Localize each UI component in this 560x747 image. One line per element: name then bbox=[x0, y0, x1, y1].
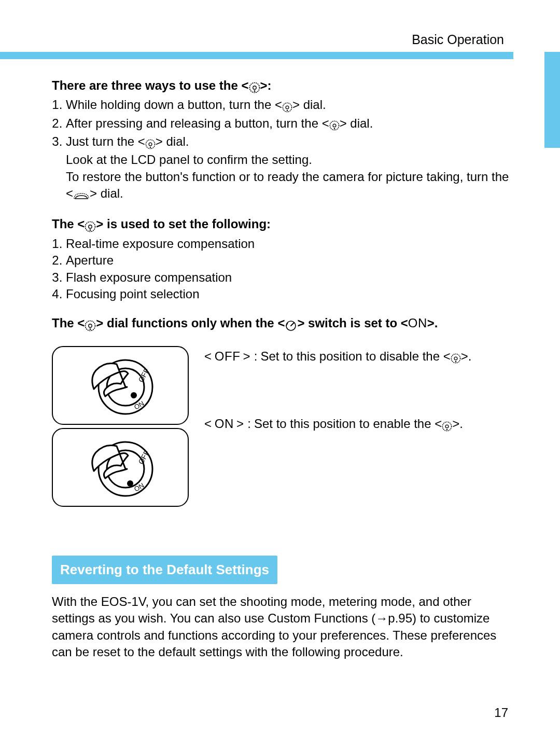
svg-point-13 bbox=[89, 225, 92, 228]
note-text: Look at the LCD panel to confirm the set… bbox=[66, 151, 513, 168]
quick-dial-icon bbox=[329, 117, 340, 133]
list-item: After pressing and releasing a button, t… bbox=[66, 115, 513, 133]
list-item: While holding down a button, turn the < … bbox=[66, 96, 513, 115]
section-heading: The < > dial functions only when the < >… bbox=[52, 315, 513, 333]
switch-off-figure: OFF ON bbox=[52, 346, 189, 425]
list-item: Real-time exposure compensation bbox=[66, 236, 513, 252]
side-tab bbox=[544, 52, 560, 148]
svg-point-26 bbox=[127, 480, 133, 487]
svg-point-17 bbox=[90, 328, 91, 330]
switch-off-description: < OFF > : Set to this position to disabl… bbox=[204, 348, 513, 366]
section-used-to-set: The < > is used to set the following: Re… bbox=[52, 216, 513, 302]
svg-point-14 bbox=[90, 229, 91, 231]
svg-point-4 bbox=[286, 106, 289, 109]
svg-point-1 bbox=[253, 86, 256, 89]
list-item: Focusing point selection bbox=[66, 286, 513, 302]
revert-body: With the EOS-1V, you can set the shootin… bbox=[52, 593, 513, 661]
main-dial-icon bbox=[73, 187, 90, 203]
list-item: Just turn the < > dial. bbox=[66, 133, 513, 151]
quick-dial-icon bbox=[442, 417, 452, 434]
page-header: Basic Operation bbox=[52, 31, 513, 49]
list-item: Aperture bbox=[66, 252, 513, 269]
section-heading: There are three ways to use the < >: bbox=[52, 77, 513, 95]
svg-point-34 bbox=[446, 429, 448, 431]
quick-dial-icon bbox=[282, 98, 292, 115]
quick-dial-icon bbox=[451, 350, 461, 366]
section-three-ways: There are three ways to use the < >: Whi… bbox=[52, 77, 513, 204]
revert-heading: Reverting to the Default Settings bbox=[52, 556, 277, 584]
svg-point-31 bbox=[455, 361, 456, 363]
quick-dial-icon bbox=[85, 217, 96, 234]
svg-point-10 bbox=[149, 143, 152, 146]
section-switch-note: The < > dial functions only when the < >… bbox=[52, 315, 513, 506]
svg-point-2 bbox=[254, 91, 255, 92]
svg-point-21 bbox=[131, 392, 137, 398]
list-item: Flash exposure compensation bbox=[66, 269, 513, 286]
switch-on-figure: OFF ON bbox=[52, 428, 189, 507]
note-text: To restore the button's function or to r… bbox=[66, 169, 513, 204]
svg-point-8 bbox=[333, 128, 335, 130]
svg-point-11 bbox=[149, 146, 151, 148]
quick-dial-icon bbox=[145, 135, 156, 151]
svg-point-7 bbox=[333, 124, 336, 127]
switch-icon bbox=[285, 316, 297, 333]
svg-point-33 bbox=[445, 425, 449, 428]
svg-point-30 bbox=[454, 357, 457, 361]
switch-on-description: < ON > : Set to this position to enable … bbox=[204, 416, 513, 434]
svg-point-16 bbox=[89, 324, 92, 327]
quick-dial-icon bbox=[85, 316, 96, 333]
page-number: 17 bbox=[494, 704, 508, 721]
svg-point-5 bbox=[287, 109, 288, 111]
section-heading: The < > is used to set the following: bbox=[52, 216, 513, 234]
header-rule bbox=[0, 52, 560, 58]
quick-dial-icon bbox=[249, 79, 260, 95]
